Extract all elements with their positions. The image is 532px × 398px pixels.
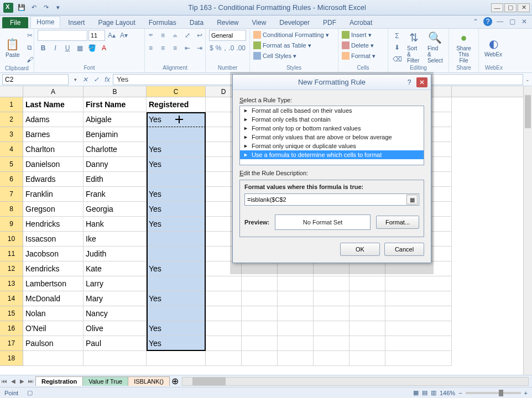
cell[interactable] bbox=[350, 351, 385, 366]
qat-customize-icon[interactable]: ▾ bbox=[53, 3, 63, 13]
cell[interactable] bbox=[242, 321, 278, 336]
zoom-level[interactable]: 146% bbox=[440, 390, 455, 396]
cell[interactable]: Paul bbox=[84, 336, 147, 351]
cell[interactable] bbox=[242, 336, 278, 351]
home-tab[interactable]: Home bbox=[30, 16, 60, 28]
cell[interactable] bbox=[206, 291, 242, 306]
cell[interactable] bbox=[206, 276, 242, 291]
zoom-in-icon[interactable]: + bbox=[524, 390, 528, 396]
row-header[interactable]: 6 bbox=[0, 172, 23, 187]
next-sheet-icon[interactable]: ▶ bbox=[18, 377, 27, 386]
cell[interactable] bbox=[147, 276, 206, 291]
enter-formula-icon[interactable]: ✓ bbox=[91, 74, 102, 85]
comma-icon[interactable]: , bbox=[223, 43, 227, 54]
cell[interactable] bbox=[206, 351, 242, 366]
increase-indent-icon[interactable]: ⇥ bbox=[194, 43, 205, 54]
cell[interactable]: Jacobson bbox=[23, 247, 84, 261]
bold-button[interactable]: B bbox=[38, 43, 49, 54]
name-box[interactable]: C2 bbox=[2, 74, 69, 85]
cell[interactable] bbox=[385, 321, 452, 336]
cell[interactable] bbox=[385, 351, 452, 366]
row-header[interactable]: 2 bbox=[0, 112, 23, 127]
acrobat-tab[interactable]: Acrobat bbox=[344, 17, 378, 28]
row-header[interactable]: 4 bbox=[0, 142, 23, 157]
cell[interactable] bbox=[385, 291, 452, 306]
cell[interactable] bbox=[206, 336, 242, 351]
cell[interactable] bbox=[350, 291, 385, 306]
cut-icon[interactable]: ✂ bbox=[24, 30, 35, 41]
row-header[interactable]: 13 bbox=[0, 276, 23, 291]
cell[interactable]: Last Name bbox=[23, 97, 84, 112]
cell[interactable] bbox=[84, 351, 147, 366]
help-icon[interactable]: ? bbox=[483, 17, 492, 26]
decrease-decimal-icon[interactable]: .00 bbox=[236, 43, 246, 54]
cell[interactable]: Nolan bbox=[23, 306, 84, 321]
cell[interactable]: Yes bbox=[147, 157, 206, 172]
vertical-scrollbar[interactable] bbox=[523, 86, 532, 375]
cell[interactable] bbox=[147, 172, 206, 187]
format-as-table-button[interactable]: Format as Table ▾ bbox=[253, 40, 311, 50]
row-header[interactable]: 17 bbox=[0, 336, 23, 351]
cell[interactable] bbox=[278, 291, 314, 306]
increase-decimal-icon[interactable]: .0 bbox=[228, 43, 234, 54]
last-sheet-icon[interactable]: ⏭ bbox=[27, 377, 35, 386]
cell[interactable]: Registered bbox=[147, 97, 206, 112]
delete-cells-button[interactable]: Delete ▾ bbox=[342, 40, 374, 50]
format-button[interactable]: Format... bbox=[376, 216, 419, 229]
cell[interactable] bbox=[147, 232, 206, 247]
cell-styles-button[interactable]: Cell Styles ▾ bbox=[253, 51, 296, 61]
col-header-b[interactable]: B bbox=[84, 86, 147, 97]
cell[interactable] bbox=[147, 127, 206, 142]
cell[interactable]: Yes bbox=[147, 217, 206, 232]
fx-icon[interactable]: fx bbox=[102, 74, 113, 85]
cell[interactable]: Franklin bbox=[23, 187, 84, 202]
rule-type-list[interactable]: ►Format all cells based on their values … bbox=[239, 106, 424, 165]
cell[interactable]: Nancy bbox=[84, 306, 147, 321]
prev-sheet-icon[interactable]: ◀ bbox=[9, 377, 18, 386]
cell[interactable]: McDonald bbox=[23, 291, 84, 306]
zoom-slider[interactable] bbox=[466, 392, 521, 394]
cell[interactable]: Abigale bbox=[84, 112, 147, 127]
row-header[interactable]: 7 bbox=[0, 187, 23, 202]
first-sheet-icon[interactable]: ⏮ bbox=[0, 377, 9, 386]
new-sheet-icon[interactable]: ⊕ bbox=[171, 376, 179, 386]
cell[interactable]: First Name bbox=[84, 97, 147, 112]
row-header[interactable]: 16 bbox=[0, 321, 23, 336]
row-header[interactable]: 3 bbox=[0, 127, 23, 142]
namebox-dropdown-icon[interactable]: ▾ bbox=[71, 74, 80, 85]
cell[interactable]: Gregson bbox=[23, 202, 84, 217]
font-size-input[interactable] bbox=[88, 30, 105, 41]
fill-icon[interactable]: ⬇ bbox=[392, 42, 403, 53]
wrap-text-icon[interactable]: ↩ bbox=[194, 30, 205, 41]
col-header-c[interactable]: C bbox=[147, 86, 206, 97]
cell[interactable] bbox=[314, 321, 350, 336]
clear-icon[interactable]: ⌫ bbox=[392, 54, 403, 65]
rule-type-item[interactable]: ►Format only unique or duplicate values bbox=[240, 142, 424, 150]
cell[interactable] bbox=[278, 336, 314, 351]
expand-formula-bar-icon[interactable]: ⌄ bbox=[523, 74, 532, 85]
doc-close-icon[interactable]: ✕ bbox=[520, 17, 529, 26]
page-break-view-icon[interactable]: ▥ bbox=[431, 389, 436, 396]
cell[interactable] bbox=[350, 336, 385, 351]
cell[interactable]: Charlton bbox=[23, 142, 84, 157]
cell[interactable]: Larry bbox=[84, 276, 147, 291]
review-tab[interactable]: Review bbox=[211, 17, 244, 28]
cell[interactable] bbox=[385, 336, 452, 351]
align-bottom-icon[interactable]: ⫨ bbox=[170, 30, 181, 41]
cell[interactable] bbox=[314, 291, 350, 306]
grow-font-icon[interactable]: A▴ bbox=[106, 30, 117, 41]
cell[interactable] bbox=[206, 321, 242, 336]
undo-icon[interactable]: ↶ bbox=[29, 3, 39, 13]
cell[interactable]: Georgia bbox=[84, 202, 147, 217]
formulas-tab[interactable]: Formulas bbox=[143, 17, 182, 28]
cell[interactable]: Barnes bbox=[23, 127, 84, 142]
cell[interactable]: Yes bbox=[147, 202, 206, 217]
find-select-button[interactable]: 🔍Find & Select bbox=[425, 30, 445, 65]
formula-field[interactable]: ▦ bbox=[244, 193, 419, 206]
minimize-button[interactable]: — bbox=[491, 3, 503, 12]
decrease-indent-icon[interactable]: ⇤ bbox=[182, 43, 193, 54]
cell[interactable]: Danielson bbox=[23, 157, 84, 172]
webex-button[interactable]: ◐WebEx bbox=[482, 36, 504, 59]
cell[interactable] bbox=[350, 321, 385, 336]
sheet-tab-value-if-true[interactable]: Value if True bbox=[82, 376, 128, 386]
